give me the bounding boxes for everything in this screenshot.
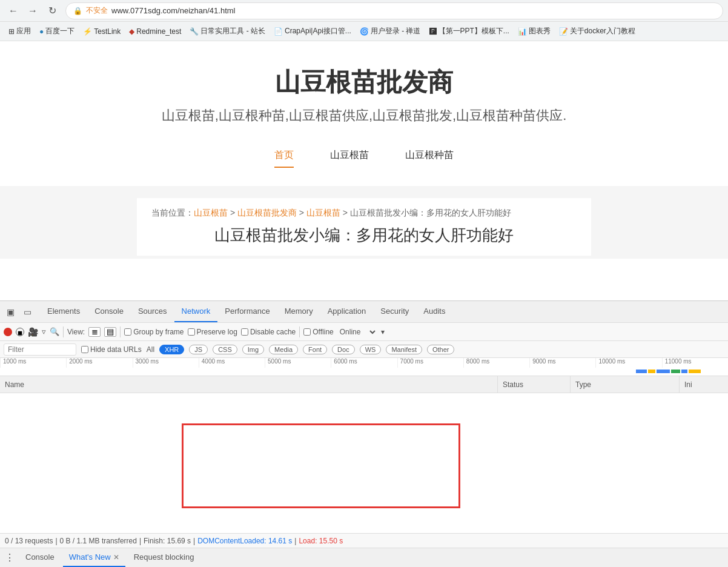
bookmark-ppt[interactable]: 🅿 【第一PPT】模板下... xyxy=(426,24,513,38)
breadcrumb-link-1[interactable]: 山豆根苗 xyxy=(194,208,228,217)
bookmark-docker-label: 关于docker入门教程 xyxy=(570,26,635,36)
filter-font-btn[interactable]: Font xyxy=(303,345,327,354)
disable-cache-checkbox[interactable] xyxy=(241,328,248,336)
stop-button[interactable]: ■ xyxy=(16,328,24,336)
chart-icon: 📊 xyxy=(518,27,527,36)
filter-icon[interactable]: ▿ xyxy=(42,327,46,336)
testlink-icon: ⚡ xyxy=(83,27,92,36)
breadcrumb: 当前位置：山豆根苗 > 山豆根苗批发商 > 山豆根苗 > 山豆根苗批发小编：多用… xyxy=(151,208,577,219)
breadcrumb-link-3[interactable]: 山豆根苗 xyxy=(306,208,340,217)
col-status: Status xyxy=(498,376,571,393)
chandao-icon: 🌀 xyxy=(360,27,369,36)
hide-data-urls-group: Hide data URLs xyxy=(81,345,142,354)
wf-bar-4 xyxy=(671,370,680,373)
devtools-inspect-icon[interactable]: ▣ xyxy=(2,304,18,320)
tab-console[interactable]: Console xyxy=(87,301,131,322)
docker-icon: 📝 xyxy=(559,27,568,36)
status-bar: 0 / 13 requests | 0 B / 1.1 MB transferr… xyxy=(0,533,728,548)
panel-tab-whatsnew[interactable]: What's New ✕ xyxy=(63,548,125,567)
timeline-label-4: 4000 ms xyxy=(199,358,265,368)
group-by-frame-label: Group by frame xyxy=(133,328,184,336)
tab-network[interactable]: Network xyxy=(174,301,218,322)
site-title: 山豆根苗批发商 xyxy=(12,65,716,99)
article-title: 山豆根苗批发小编：多用花的女人肝功能好 xyxy=(151,225,577,246)
filter-manifest-btn[interactable]: Manifest xyxy=(386,345,422,354)
domcontent-link[interactable]: DOMContentLoaded: 14.61 s xyxy=(197,537,292,545)
record-button[interactable] xyxy=(4,328,12,336)
back-button[interactable]: ← xyxy=(5,2,22,19)
group-by-frame-group: Group by frame xyxy=(124,328,184,336)
timeline-label-9: 9000 ms xyxy=(529,358,595,368)
hide-data-urls-checkbox[interactable] xyxy=(81,346,88,353)
filter-doc-btn[interactable]: Doc xyxy=(332,345,355,354)
site-nav: 首页 山豆根苗 山豆根种苗 xyxy=(12,143,716,174)
tab-elements[interactable]: Elements xyxy=(40,301,87,322)
tab-performance[interactable]: Performance xyxy=(217,301,277,322)
breadcrumb-link-2[interactable]: 山豆根苗批发商 xyxy=(237,208,297,217)
view-list-button[interactable]: ≣ xyxy=(88,327,101,337)
panel-whatsnew-close[interactable]: ✕ xyxy=(113,553,119,562)
bookmark-chart-label: 图表秀 xyxy=(529,26,551,36)
bookmark-tools[interactable]: 🔧 日常实用工具 - 站长 xyxy=(186,24,269,38)
filter-other-btn[interactable]: Other xyxy=(427,345,455,354)
tab-audits[interactable]: Audits xyxy=(416,301,452,322)
group-by-frame-checkbox[interactable] xyxy=(124,328,131,336)
nav-item-seedling[interactable]: 山豆根苗 xyxy=(330,149,369,168)
filter-img-btn[interactable]: Img xyxy=(242,345,264,354)
finish-time: Finish: 15.69 s xyxy=(144,537,191,545)
url-text: www.0771sdg.com/neizhan/41.html xyxy=(111,6,236,15)
panel-menu-icon[interactable]: ⋮ xyxy=(2,551,17,565)
bookmark-chandao-label: 用户登录 - 禅道 xyxy=(371,26,421,36)
panel-tab-console[interactable]: Console xyxy=(19,548,61,567)
bookmark-chart[interactable]: 📊 图表秀 xyxy=(514,24,554,38)
tab-sources[interactable]: Sources xyxy=(131,301,174,322)
transfer-size: 0 B / 1.1 MB transferred xyxy=(60,537,137,545)
throttle-arrow: ▾ xyxy=(381,328,385,336)
view-grid-button[interactable]: ▤ xyxy=(104,327,116,337)
bookmark-testlink[interactable]: ⚡ TestLink xyxy=(79,25,124,38)
tab-application[interactable]: Application xyxy=(320,301,374,322)
address-bar[interactable]: 🔒 不安全 www.0771sdg.com/neizhan/41.html xyxy=(65,2,723,19)
filter-media-btn[interactable]: Media xyxy=(269,345,298,354)
nav-item-home[interactable]: 首页 xyxy=(274,149,294,168)
waterfall-area xyxy=(636,366,728,376)
bookmarks-bar: ⊞ 应用 ● 百度一下 ⚡ TestLink ◆ Redmine_test 🔧 … xyxy=(0,22,728,41)
devtools-panel: ▣ ▭ Elements Console Sources Network Per… xyxy=(0,300,728,567)
filter-xhr-btn[interactable]: XHR xyxy=(159,345,184,354)
separator: | xyxy=(55,537,57,545)
throttle-select[interactable]: Online Slow 3G Fast 3G Offline xyxy=(337,327,377,337)
preserve-log-label: Preserve log xyxy=(197,328,237,336)
filter-ws-btn[interactable]: WS xyxy=(360,345,382,354)
highlight-box xyxy=(182,423,460,508)
filter-css-btn[interactable]: CSS xyxy=(213,345,237,354)
disable-cache-label: Disable cache xyxy=(250,328,296,336)
devtools-device-icon[interactable]: ▭ xyxy=(19,304,35,320)
ppt-icon: 🅿 xyxy=(429,27,437,36)
preserve-log-checkbox[interactable] xyxy=(188,328,195,336)
nav-item-seed[interactable]: 山豆根种苗 xyxy=(405,149,454,168)
bookmark-crapapi[interactable]: 📄 CrapApi|Api接口管... xyxy=(270,24,355,38)
network-toolbar: ■ 🎥 ▿ 🔍 View: ≣ ▤ Group by frame Preserv… xyxy=(0,323,728,341)
bookmark-apps[interactable]: ⊞ 应用 xyxy=(5,24,35,38)
filter-all-btn[interactable]: All xyxy=(147,345,154,354)
bottom-panel: ⋮ Console What's New ✕ Request blocking xyxy=(0,548,728,567)
offline-checkbox[interactable] xyxy=(303,328,311,336)
filter-input[interactable] xyxy=(4,343,76,356)
nav-buttons: ← → ↻ xyxy=(5,2,61,19)
refresh-button[interactable]: ↻ xyxy=(44,2,61,19)
separator3 xyxy=(299,327,300,337)
security-warning: 不安全 xyxy=(86,5,108,16)
bookmark-docker[interactable]: 📝 关于docker入门教程 xyxy=(555,24,639,38)
search-icon[interactable]: 🔍 xyxy=(50,327,59,336)
bookmark-apps-label: 应用 xyxy=(16,26,31,36)
panel-tab-request-blocking[interactable]: Request blocking xyxy=(128,548,200,567)
bookmark-baidu[interactable]: ● 百度一下 xyxy=(36,24,78,38)
bookmark-redmine[interactable]: ◆ Redmine_test xyxy=(125,25,185,38)
filter-js-btn[interactable]: JS xyxy=(189,345,208,354)
camera-icon[interactable]: 🎥 xyxy=(28,327,38,337)
devtools-tabs: ▣ ▭ Elements Console Sources Network Per… xyxy=(0,301,728,323)
tab-security[interactable]: Security xyxy=(373,301,416,322)
bookmark-chandao[interactable]: 🌀 用户登录 - 禅道 xyxy=(356,24,425,38)
tab-memory[interactable]: Memory xyxy=(277,301,320,322)
forward-button[interactable]: → xyxy=(24,2,41,19)
